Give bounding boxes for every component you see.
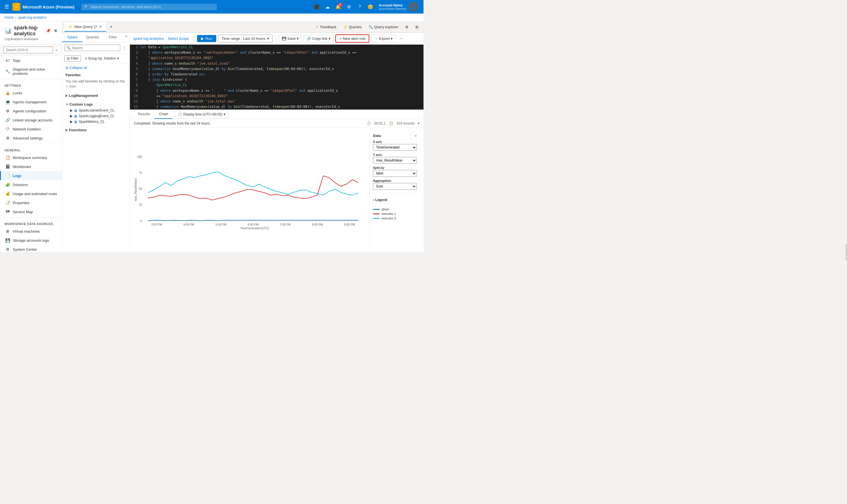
select-scope-button[interactable]: Select scope: [165, 35, 191, 42]
results-tab-chart[interactable]: Chart: [155, 110, 173, 119]
tables-panel: Tables Queries Filter « 🔍 ⋮: [62, 33, 130, 252]
x-axis-select[interactable]: TimeGenerated: [373, 144, 417, 151]
collapse-all-button[interactable]: ⊟ Collapse all: [62, 65, 130, 71]
x-axis-label: X axis: [373, 140, 417, 143]
sidebar-item-service-map[interactable]: 🗺 Service Map: [0, 207, 62, 216]
query-explorer-label: Query explorer: [374, 25, 398, 29]
split-by-select[interactable]: label: [373, 170, 417, 177]
sidebar-item-system-center[interactable]: ⚙ System Center: [0, 245, 62, 252]
feedback-face-icon[interactable]: 😊: [366, 2, 375, 11]
add-query-tab[interactable]: +: [107, 23, 116, 32]
feedback-button[interactable]: ♡ Feedback: [313, 24, 339, 30]
sidebar-item-tags[interactable]: 🏷 Tags: [0, 56, 62, 65]
sidebar-item-logs[interactable]: 📄 Logs: [0, 171, 62, 180]
panel-search[interactable]: 🔍: [65, 44, 120, 51]
breadcrumb-home[interactable]: Home: [4, 16, 14, 19]
sidebar-collapse-icon[interactable]: «: [54, 48, 58, 52]
sidebar-item-advanced[interactable]: ⚙ Advanced settings: [0, 133, 62, 143]
custom-logs-header[interactable]: ▼ Custom Logs: [62, 101, 130, 108]
sidebar-item-workspace-summary[interactable]: 📋 Workspace summary: [0, 153, 62, 162]
display-time-chevron: ▾: [223, 112, 225, 116]
sidebar-item-solutions[interactable]: 🧩 Solutions: [0, 180, 62, 189]
results-tab-results[interactable]: Results: [133, 110, 155, 119]
account-info[interactable]: Account Name Azure Active Directory 👤: [377, 1, 420, 13]
table-item-spark-metrics[interactable]: ▶ ▦ SparkMetrics_CL: [67, 119, 130, 125]
export-button[interactable]: → Export ▾: [371, 35, 396, 42]
sidebar-item-network[interactable]: 🛡 Network Isolation: [0, 125, 62, 133]
sidebar-label-diagnose: Diagnose and solve problems: [13, 67, 57, 76]
chart-expand-icon[interactable]: »: [415, 133, 417, 138]
log-management-header[interactable]: ▶ LogManagement: [62, 92, 130, 99]
copy-link-button[interactable]: 🔗 Copy link ▾: [304, 35, 334, 42]
panel-tabs: Tables Queries Filter «: [62, 33, 130, 42]
sidebar-item-usage-costs[interactable]: 💰 Usage and estimated costs: [0, 189, 62, 198]
query-explorer-button[interactable]: 🔍 Query explorer: [366, 24, 401, 30]
panel-search-header: 🔍 ⋮: [62, 42, 130, 54]
aggregation-select[interactable]: Sum: [373, 183, 417, 190]
search-input[interactable]: [90, 5, 214, 9]
sidebar-item-vms[interactable]: 🖥 Virtual machines: [0, 227, 62, 236]
panel-more-icon[interactable]: ⋮: [121, 44, 127, 51]
save-button[interactable]: 💾 Save ▾: [279, 35, 302, 42]
code-line-4: 4 | where name_s endswith "jvm.total.use…: [130, 61, 424, 66]
settings-icon[interactable]: ⚙: [344, 2, 354, 11]
new-alert-rule-button[interactable]: + New alert rule: [336, 34, 370, 43]
legend-executor1-label: executor 1: [381, 212, 396, 215]
sidebar-item-diagnose[interactable]: 🔧 Diagnose and solve problems: [0, 65, 62, 78]
functions-header[interactable]: ▶ Functions: [62, 127, 130, 133]
sidebar-item-locks[interactable]: 🔒 Locks: [0, 88, 62, 97]
code-line-5: 5 | summarize UsedMemory=max(value_d) by…: [130, 66, 424, 72]
settings-tab-button[interactable]: ⚙: [402, 24, 411, 30]
queries-button[interactable]: ⚡ Queries: [340, 24, 364, 30]
solutions-icon: 🧩: [5, 182, 10, 187]
sidebar-item-agents-mgmt[interactable]: 💻 Agents management: [0, 97, 62, 106]
account-sub: Azure Active Directory: [379, 7, 407, 11]
filter-button[interactable]: ⊟ Filter: [65, 55, 81, 61]
panel-search-input[interactable]: [72, 46, 118, 50]
sidebar-item-workbooks[interactable]: 📓 Workbooks: [0, 162, 62, 171]
query-tab-close[interactable]: ✕: [99, 24, 102, 29]
sidebar-search-input[interactable]: [3, 47, 53, 53]
split-view-button[interactable]: ⊞: [413, 24, 421, 30]
breadcrumb-workspace[interactable]: spark-log-analytics: [18, 16, 46, 19]
table-item-spark-logging[interactable]: ▶ ▦ SparkLoggingEvent_CL: [67, 113, 130, 119]
terminal-icon[interactable]: ⬛: [312, 2, 321, 11]
notifications-icon[interactable]: 🔔 7: [334, 2, 343, 11]
help-icon[interactable]: ?: [355, 2, 364, 11]
panel-tab-tables[interactable]: Tables: [62, 33, 83, 42]
query-tab-new-query-1[interactable]: ⚡ New Query 1* ✕: [65, 22, 106, 32]
table-item-spark-listener[interactable]: ▶ ▦ SparkListenerEvent_CL: [67, 108, 130, 113]
sidebar-item-properties[interactable]: 📝 Properties: [0, 198, 62, 207]
global-search[interactable]: 🔍: [81, 4, 217, 10]
panel-tab-queries[interactable]: Queries: [83, 33, 103, 42]
run-button[interactable]: ▶ Run: [197, 35, 216, 42]
time-range-button[interactable]: Time range : Last 24 hours ▾: [218, 35, 273, 42]
spark-metrics-label: SparkMetrics_CL: [79, 120, 105, 124]
group-by-button[interactable]: ≡ Group by: Solution ▾: [83, 56, 121, 61]
timer-icon: 🕐: [367, 121, 371, 125]
workspace-summary-icon: 📋: [5, 155, 10, 160]
save-icon: 💾: [282, 36, 286, 41]
cloud-upload-icon[interactable]: ☁: [323, 2, 332, 11]
toolbar-more-button[interactable]: ···: [398, 35, 406, 43]
status-left: Completed. Showing results from the last…: [134, 121, 211, 125]
new-alert-label: New alert rule: [343, 36, 365, 41]
close-sidebar-icon[interactable]: ✕: [54, 29, 57, 33]
sidebar-item-agents-config[interactable]: ⚙ Agents configuration: [0, 106, 62, 115]
sidebar-item-linked-storage[interactable]: 🔗 Linked storage accounts: [0, 115, 62, 125]
code-line-12: 12 | summarize MaxMemory=max(value_d) by…: [130, 104, 424, 110]
legend-section-header[interactable]: › Legend: [373, 197, 417, 203]
sidebar-label-workspace-summary: Workspace summary: [13, 156, 47, 160]
y-axis-label: Y axis: [373, 153, 417, 157]
panel-collapse-button[interactable]: «: [123, 33, 130, 42]
y-axis-select[interactable]: max_ResultValue: [373, 157, 417, 164]
expand-results-icon[interactable]: ▾: [418, 121, 419, 125]
sidebar-item-storage-logs[interactable]: 💾 Storage accounts logs: [0, 236, 62, 245]
pin-icon[interactable]: 📌: [46, 29, 51, 33]
code-editor[interactable]: 1 let Data = SparkMetrics_CL 2 | where w…: [130, 44, 424, 110]
sidebar-label-storage-logs: Storage accounts logs: [13, 238, 49, 242]
spark-metrics-expand: ▶: [70, 120, 73, 124]
hamburger-menu[interactable]: ☰: [3, 2, 10, 11]
panel-tab-filter[interactable]: Filter: [103, 33, 123, 42]
display-time-button[interactable]: 🕐 Display time (UTC+00:00) ▾: [175, 110, 228, 118]
